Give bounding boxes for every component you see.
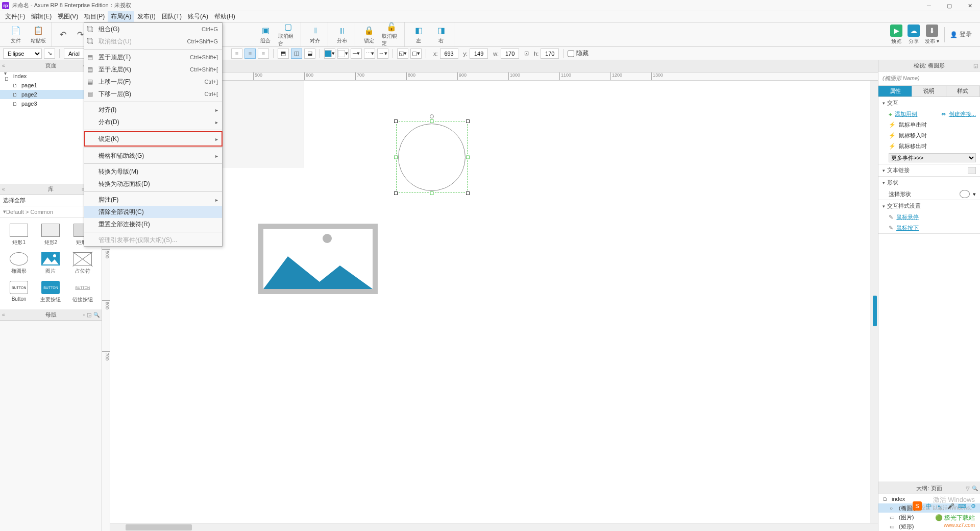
resize-handle-sw[interactable]: [394, 191, 398, 195]
canvas[interactable]: [110, 81, 878, 531]
outline-search-icon[interactable]: 🔍: [972, 486, 978, 491]
preview-button[interactable]: ▶预览: [890, 25, 902, 45]
hide-checkbox[interactable]: [568, 49, 574, 59]
menu-arrange[interactable]: 布局(A): [108, 11, 134, 22]
dropdown-item[interactable]: ▤置于顶层(T)Ctrl+Shift+]: [84, 51, 222, 63]
scrollbar-horizontal[interactable]: [110, 523, 878, 531]
tray-ime-icon[interactable]: 中: [924, 501, 933, 511]
master-add-icon[interactable]: ▫: [83, 312, 85, 318]
dropdown-item[interactable]: ⿻组合(G)Ctrl+G: [84, 23, 222, 35]
menu-help[interactable]: 帮助(H): [211, 11, 238, 22]
widget-primary-button[interactable]: BUTTON主要按钮: [36, 279, 65, 305]
align-center-text[interactable]: ≡: [244, 49, 256, 59]
section-shape[interactable]: 形状: [878, 177, 980, 188]
tray-sogou-icon[interactable]: S: [913, 501, 922, 511]
widget-button[interactable]: BUTTONButton: [4, 279, 34, 305]
menu-view[interactable]: 视图(V): [55, 11, 81, 22]
menu-file[interactable]: 文件(F): [2, 11, 28, 22]
dropdown-item[interactable]: 栅格和辅助线(G)▸: [84, 150, 222, 162]
panel-collapse-handle[interactable]: [873, 296, 877, 326]
valign-bottom[interactable]: ⬓: [304, 49, 315, 59]
minimize-button[interactable]: ─: [919, 0, 939, 11]
dropdown-item[interactable]: ▤至于底层(K)Ctrl+Shift+[: [84, 63, 222, 76]
undo-button[interactable]: ↶: [56, 29, 70, 40]
resize-handle-ne[interactable]: [466, 119, 470, 123]
dropdown-item[interactable]: 转换为动态面板(D): [84, 178, 222, 190]
login-button[interactable]: 👤登录: [950, 30, 972, 39]
tab-notes[interactable]: 说明: [912, 86, 946, 96]
master-search-icon[interactable]: 🔍: [93, 312, 100, 318]
x-input[interactable]: [440, 49, 458, 59]
align-right-button[interactable]: ◨右: [431, 23, 451, 46]
align-left-button[interactable]: ◧左: [409, 23, 428, 46]
ungroup-button[interactable]: ▢取消组合: [278, 23, 298, 46]
line-style[interactable]: ⋯▾: [364, 49, 375, 59]
connector-tool[interactable]: ↘: [44, 49, 55, 59]
tray-mic-icon[interactable]: 🎤: [946, 501, 955, 511]
hover-style-link[interactable]: 鼠标悬停: [896, 213, 919, 221]
add-case-link[interactable]: 添加用例: [895, 110, 917, 118]
menu-publish[interactable]: 发布(I): [134, 11, 158, 22]
resize-handle-nw[interactable]: [394, 119, 398, 123]
unlock-button[interactable]: 🔓取消锁定: [382, 23, 401, 46]
align-right-text[interactable]: ≡: [258, 49, 269, 59]
dropdown-item[interactable]: 清除全部说明(C): [84, 206, 222, 218]
dropdown-item[interactable]: ▤下移一层(B)Ctrl+[: [84, 88, 222, 100]
dropdown-item[interactable]: 对齐(I)▸: [84, 104, 222, 116]
publish-button[interactable]: ⬇发布 ▾: [925, 25, 939, 45]
more-events-select[interactable]: 更多事件>>>: [889, 153, 976, 162]
resize-handle-n[interactable]: [430, 119, 434, 123]
master-folder-icon[interactable]: ◲: [87, 312, 91, 318]
tray-keyboard-icon[interactable]: ⌨: [958, 501, 967, 511]
dropdown-item[interactable]: 锁定(K)▸: [84, 132, 222, 146]
resize-handle-se[interactable]: [466, 191, 470, 195]
rotate-handle[interactable]: [430, 114, 434, 118]
section-interaction[interactable]: 交互: [878, 97, 980, 109]
corner-radius[interactable]: ◱▾: [397, 49, 408, 59]
dropdown-item[interactable]: ▤上移一层(F)Ctrl+]: [84, 76, 222, 88]
inspector-name-input[interactable]: (椭圆形 Name): [878, 71, 980, 86]
section-text-link[interactable]: 文本链接: [878, 164, 980, 176]
w-input[interactable]: [501, 49, 519, 59]
inspector-expand-icon[interactable]: ◲: [973, 63, 978, 68]
y-input[interactable]: [470, 49, 488, 59]
tab-style[interactable]: 样式: [946, 86, 980, 96]
maximize-button[interactable]: ▢: [939, 0, 960, 11]
event-click[interactable]: ⚡鼠标单击时: [878, 119, 980, 130]
resize-handle-s[interactable]: [430, 191, 434, 195]
ellipse-shape[interactable]: [398, 124, 465, 191]
event-mouseenter[interactable]: ⚡鼠标移入时: [878, 130, 980, 141]
shape-selector[interactable]: Ellipse: [3, 49, 42, 59]
widget-placeholder[interactable]: 占位符: [68, 250, 97, 277]
lock-aspect-icon[interactable]: ⊡: [524, 50, 529, 57]
fill-color[interactable]: ▾: [324, 49, 335, 59]
tab-properties[interactable]: 属性: [878, 86, 912, 96]
dropdown-item[interactable]: 重置全部连接符(R): [84, 218, 222, 230]
close-button[interactable]: ✕: [960, 0, 980, 11]
valign-middle[interactable]: ◫: [291, 49, 302, 59]
shape-dropdown[interactable]: ▾: [973, 191, 976, 198]
align-button[interactable]: ⫴对齐: [305, 23, 325, 46]
line-width[interactable]: ─▾: [351, 49, 362, 59]
section-style-settings[interactable]: 交互样式设置: [878, 200, 980, 212]
file-button[interactable]: 📄文件: [6, 23, 26, 46]
tray-punct-icon[interactable]: •,: [935, 501, 944, 511]
group-button[interactable]: ▣组合: [256, 23, 275, 46]
menu-account[interactable]: 账号(A): [185, 11, 211, 22]
outline-filter-icon[interactable]: ▽: [966, 486, 970, 491]
distribute-button[interactable]: ⫼分布: [332, 23, 352, 46]
menu-edit[interactable]: 编辑(E): [28, 11, 55, 22]
dropdown-item[interactable]: 分布(D)▸: [84, 116, 222, 128]
create-link-link[interactable]: 创建连接...: [949, 110, 976, 118]
dropdown-item[interactable]: 脚注(F)▸: [84, 194, 222, 206]
widget-rect1[interactable]: 矩形1: [4, 222, 34, 248]
shadow[interactable]: ▢▾: [410, 49, 422, 59]
widget-rect2[interactable]: 矩形2: [36, 222, 65, 248]
widget-ellipse[interactable]: 椭圆形: [4, 250, 34, 277]
resize-handle-w[interactable]: [394, 156, 398, 159]
event-mouseleave[interactable]: ⚡鼠标移出时: [878, 141, 980, 152]
widget-image[interactable]: 图片: [36, 250, 65, 277]
menu-project[interactable]: 项目(P): [81, 11, 108, 22]
arrow-style[interactable]: →▾: [377, 49, 388, 59]
menu-team[interactable]: 团队(T): [159, 11, 185, 22]
